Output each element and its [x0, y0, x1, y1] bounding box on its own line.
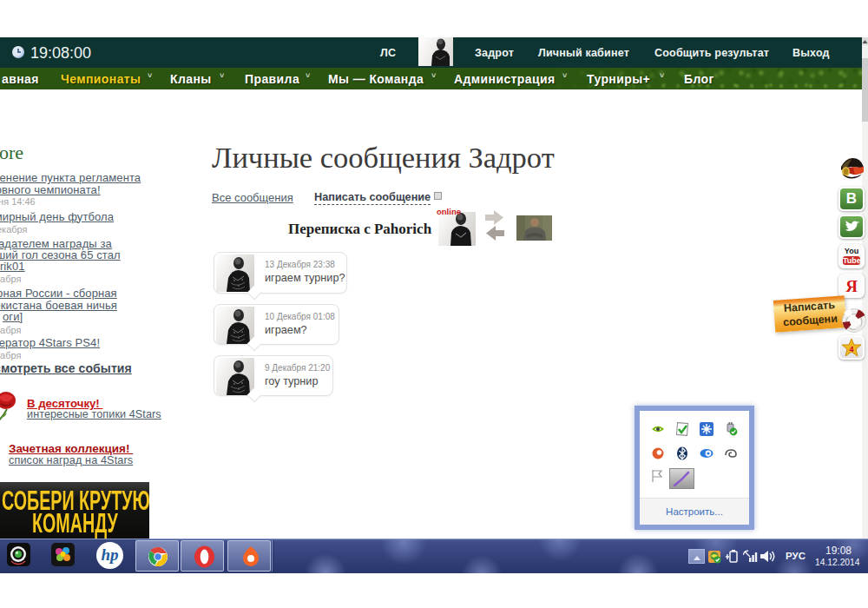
svg-text:4: 4 — [849, 345, 853, 354]
